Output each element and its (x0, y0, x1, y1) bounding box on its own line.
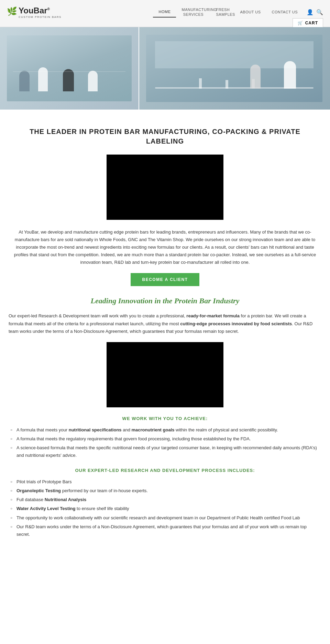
site-header: 🌿 YouBar® CUSTOM PROTEIN BARS HOME MANUF… (0, 0, 330, 27)
main-nav: HOME MANUFACTURING SERVICES FRESH SAMPLE… (153, 4, 323, 20)
cart-icon: 🛒 (298, 21, 303, 25)
video-player-2[interactable] (107, 342, 223, 407)
hero-image (0, 27, 330, 110)
process-heading: OUR EXPERT-LED RESEARCH AND DEVELOPMENT … (7, 468, 323, 473)
nav-home[interactable]: HOME (153, 7, 176, 18)
intro-body-text: At YouBar, we develop and manufacture cu… (7, 228, 323, 266)
hero-divider (139, 27, 139, 110)
nav-fresh-samples[interactable]: FRESH SAMPLES (210, 4, 234, 20)
logo-text: YouBar® (19, 6, 62, 15)
section-title: THE LEADER IN PROTEIN BAR MANUFACTURING,… (7, 127, 323, 146)
list-item: Organoleptic Testing performed by our te… (10, 487, 320, 495)
innovation-text: Our expert-led Research & Development te… (7, 312, 323, 335)
nav-contact-us[interactable]: CONTACT US (266, 7, 304, 17)
list-item: A formula that meets your nutritional sp… (10, 426, 320, 434)
user-icon[interactable]: 👤 (307, 9, 314, 15)
we-work-heading: WE WORK WITH YOU TO ACHIEVE: (7, 416, 323, 421)
video-player-1[interactable] (107, 155, 223, 220)
cart-label: CART (305, 21, 318, 25)
logo-subtitle: CUSTOM PROTEIN BARS (19, 15, 62, 19)
list-item: The opportunity to work collaboratively … (10, 514, 320, 522)
innovation-heading: Leading Innovation in the Protein Bar In… (7, 296, 323, 305)
logo-area[interactable]: 🌿 YouBar® CUSTOM PROTEIN BARS (7, 6, 62, 19)
we-work-list: A formula that meets your nutritional sp… (7, 426, 323, 459)
list-item: Water Activity Level Testing to ensure s… (10, 505, 320, 512)
hero-left-panel (0, 27, 139, 110)
main-content: THE LEADER IN PROTEIN BAR MANUFACTURING,… (0, 110, 330, 555)
search-icon[interactable]: 🔍 (316, 9, 323, 15)
hero-right-panel (139, 27, 330, 110)
cart-button[interactable]: 🛒 CART (293, 18, 323, 28)
nav-about-us[interactable]: ABOUT US (234, 7, 266, 17)
nav-manufacturing[interactable]: MANUFACTURING SERVICES (176, 4, 210, 20)
become-client-button[interactable]: BECOME A CLIENT (131, 273, 199, 286)
leaf-icon: 🌿 (7, 7, 17, 16)
list-item: Our R&D team works under the terms of a … (10, 523, 320, 538)
list-item: A formula that meets the regulatory requ… (10, 435, 320, 443)
list-item: Pilot trials of Prototype Bars (10, 478, 320, 486)
list-item: Full database Nutritional Analysis (10, 496, 320, 504)
list-item: A science-based formula that meets the s… (10, 444, 320, 459)
process-list: Pilot trials of Prototype Bars Organolep… (7, 478, 323, 538)
